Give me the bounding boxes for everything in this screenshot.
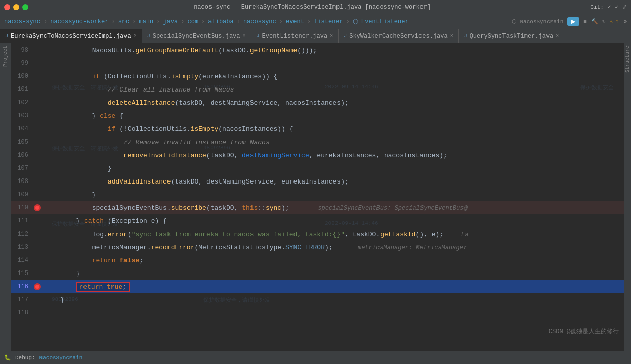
tab-close-icon3[interactable]: ×	[330, 33, 333, 39]
table-row: 108 addValidInstance(taskDO, destNamingS…	[11, 175, 624, 188]
table-row: 112 log.error("sync task from eureka to …	[11, 228, 624, 241]
line-number: 113	[11, 244, 32, 251]
tab-label2: SpecialSyncEventBus.java	[153, 33, 240, 40]
line-number: 101	[11, 86, 32, 93]
expand-icon: ⤢	[622, 4, 627, 10]
code-content: }	[43, 270, 624, 278]
tab-close-icon4[interactable]: ×	[450, 33, 453, 39]
table-row: 106 removeInvalidInstance(taskDO, destNa…	[11, 149, 624, 162]
table-row: 109 }	[11, 188, 624, 201]
structure-label[interactable]: Structure	[625, 46, 630, 73]
line-number: 115	[11, 270, 32, 277]
breadcrumb-listener[interactable]: listener	[314, 18, 343, 25]
main-layout: Project 98 NacosUtils.getGroupNameOrDefa…	[0, 43, 631, 351]
line-number: 112	[11, 231, 32, 238]
breakpoint-icon[interactable]	[34, 204, 41, 211]
line-number: 117	[11, 296, 32, 303]
checkmark-icon: ✓	[608, 4, 611, 10]
project-panel-label[interactable]: Project	[3, 46, 8, 67]
breakpoint-icon2[interactable]	[34, 283, 41, 290]
breadcrumb-eventlistener[interactable]: EventListener	[361, 18, 409, 25]
file-tabs: J EurekaSyncToNacosServiceImpl.java × J …	[0, 29, 631, 43]
code-lines: 98 NacosUtils.getGroupNameOrDefault(task…	[11, 43, 624, 351]
tab-special-sync[interactable]: J SpecialSyncEventBus.java ×	[142, 29, 251, 43]
tab-label: EurekaSyncToNacosServiceImpl.java	[11, 33, 131, 40]
line-number: 105	[11, 139, 32, 146]
table-row: 118	[11, 306, 624, 320]
line-number: 98	[11, 47, 32, 54]
close-button[interactable]	[4, 4, 10, 10]
breadcrumb-worker[interactable]: nacossync-worker	[50, 18, 108, 25]
minimize-button[interactable]	[13, 4, 19, 10]
sync-icon[interactable]: ↻	[602, 18, 606, 25]
table-row: 116 return true;	[11, 280, 624, 293]
code-content: removeInvalidInstance(taskDO, destNaming…	[43, 152, 624, 159]
code-content: if (CollectionUtils.isEmpty(eurekaInstan…	[43, 73, 624, 80]
table-row: 107 }	[11, 162, 624, 175]
line-number: 110	[11, 204, 32, 211]
table-row: 102 deleteAllInstance(taskDO, destNaming…	[11, 96, 624, 109]
java-file-icon: J	[5, 33, 8, 39]
line-number: 111	[11, 217, 32, 224]
breadcrumb-nacossync2[interactable]: nacossync	[243, 18, 276, 25]
code-content: NacosUtils.getGroupNameOrDefault(taskDO.…	[43, 47, 624, 54]
tab-query-sync[interactable]: J QuerySyncTaskTimer.java ×	[459, 29, 565, 43]
code-content: return true;	[43, 282, 624, 292]
structure-panel: Structure	[624, 43, 631, 351]
table-row: 105 // Remove invalid instance from Naco…	[11, 135, 624, 149]
warning-badge: ⚠ 1	[610, 18, 620, 25]
line-number: 104	[11, 125, 32, 132]
debug-label: Debug:	[15, 355, 35, 361]
line-number: 100	[11, 73, 32, 80]
tab-event-listener[interactable]: J EventListener.java ×	[251, 29, 339, 43]
code-content: } catch (Exception e) {	[43, 217, 624, 225]
stop-icon[interactable]: ■	[583, 19, 587, 25]
left-sidebar: Project	[0, 43, 11, 351]
breadcrumb-nacossync[interactable]: nacos-sync	[4, 18, 40, 25]
line-number: 106	[11, 152, 32, 159]
breadcrumb-main[interactable]: main	[139, 18, 153, 25]
table-row: 101 // Clear all instance from Nacos	[11, 83, 624, 96]
table-row: 111 } catch (Exception e) {	[11, 214, 624, 228]
breakpoint-area[interactable]	[32, 283, 43, 290]
breadcrumb-java[interactable]: java	[163, 18, 178, 25]
table-row: 98 NacosUtils.getGroupNameOrDefault(task…	[11, 43, 624, 57]
code-content: }	[43, 165, 624, 172]
breakpoint-area[interactable]	[32, 204, 43, 211]
line-number: 116	[11, 283, 32, 290]
tab-close-icon5[interactable]: ×	[556, 33, 559, 39]
line-number: 103	[11, 112, 32, 119]
titlebar: nacos-sync – EurekaSyncToNacosServiceImp…	[0, 0, 631, 14]
breadcrumb-alibaba[interactable]: alibaba	[208, 18, 233, 25]
code-content: if (!CollectionUtils.isEmpty(nacosInstan…	[43, 125, 624, 133]
line-number: 102	[11, 99, 32, 106]
statusbar: 🐛 Debug: NacosSyncMain	[0, 351, 631, 364]
window-title: nacos-sync – EurekaSyncToNacosServiceImp…	[34, 4, 590, 11]
breadcrumb-com[interactable]: com	[187, 18, 198, 25]
code-editor[interactable]: 98 NacosUtils.getGroupNameOrDefault(task…	[11, 43, 624, 351]
table-row: 115 }	[11, 267, 624, 280]
code-content: addValidInstance(taskDO, destNamingServi…	[43, 178, 624, 186]
table-row: 110 specialSyncEventBus.subscribe(taskDO…	[11, 201, 624, 214]
line-number: 99	[11, 60, 32, 67]
breadcrumb-listener-icon: ⬡	[353, 18, 358, 26]
build-icon[interactable]: 🔨	[591, 18, 598, 25]
branch-label: ⬡ NacosSyncMain	[512, 18, 563, 25]
tab-close-icon[interactable]: ×	[134, 33, 137, 39]
window-controls[interactable]	[4, 4, 28, 10]
java-file-icon5: J	[464, 33, 467, 39]
code-content: }	[43, 191, 624, 199]
run-button[interactable]: ▶	[567, 17, 579, 26]
tab-eureka-sync[interactable]: J EurekaSyncToNacosServiceImpl.java ×	[0, 29, 142, 43]
table-row: 100 if (CollectionUtils.isEmpty(eurekaIn…	[11, 70, 624, 83]
maximize-button[interactable]	[22, 4, 28, 10]
java-file-icon4: J	[344, 33, 347, 39]
breadcrumb-src[interactable]: src	[118, 18, 130, 25]
breadcrumb-event[interactable]: event	[286, 18, 304, 25]
code-content: return false;	[43, 257, 624, 264]
debug-icon: 🐛	[4, 354, 11, 361]
tab-skywalker[interactable]: J SkyWalkerCacheServices.java ×	[339, 29, 458, 43]
settings-icon[interactable]: ⚙	[623, 18, 627, 25]
code-content: // Clear all instance from Nacos	[43, 86, 624, 94]
tab-close-icon2[interactable]: ×	[243, 33, 246, 39]
